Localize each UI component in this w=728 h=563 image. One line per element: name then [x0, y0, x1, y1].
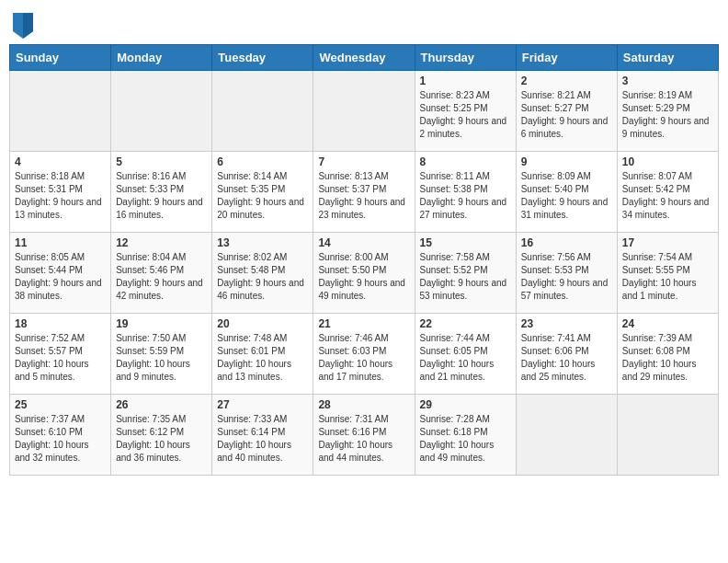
- calendar-cell: 21Sunrise: 7:46 AM Sunset: 6:03 PM Dayli…: [313, 314, 415, 395]
- day-number: 1: [420, 75, 511, 87]
- calendar-cell: 2Sunrise: 8:21 AM Sunset: 5:27 PM Daylig…: [516, 71, 617, 152]
- day-number: 24: [622, 317, 713, 330]
- day-info: Sunrise: 7:41 AM Sunset: 6:06 PM Dayligh…: [521, 332, 612, 384]
- calendar-cell: [617, 395, 718, 476]
- calendar-week-row: 25Sunrise: 7:37 AM Sunset: 6:10 PM Dayli…: [10, 395, 719, 476]
- calendar-table: SundayMondayTuesdayWednesdayThursdayFrid…: [9, 44, 719, 476]
- day-number: 26: [116, 398, 207, 411]
- calendar-cell: 16Sunrise: 7:56 AM Sunset: 5:53 PM Dayli…: [516, 233, 617, 314]
- day-number: 19: [116, 317, 207, 330]
- day-info: Sunrise: 8:13 AM Sunset: 5:37 PM Dayligh…: [318, 170, 409, 222]
- calendar-week-row: 1Sunrise: 8:23 AM Sunset: 5:25 PM Daylig…: [10, 71, 719, 152]
- calendar-cell: 19Sunrise: 7:50 AM Sunset: 5:59 PM Dayli…: [111, 314, 212, 395]
- day-number: 18: [15, 317, 106, 330]
- day-info: Sunrise: 7:48 AM Sunset: 6:01 PM Dayligh…: [217, 332, 308, 384]
- col-header-wednesday: Wednesday: [313, 45, 415, 71]
- calendar-cell: 25Sunrise: 7:37 AM Sunset: 6:10 PM Dayli…: [10, 395, 111, 476]
- calendar-cell: [313, 71, 415, 152]
- day-number: 12: [116, 236, 207, 249]
- calendar-cell: 26Sunrise: 7:35 AM Sunset: 6:12 PM Dayli…: [111, 395, 212, 476]
- day-number: 20: [217, 317, 308, 330]
- day-info: Sunrise: 8:09 AM Sunset: 5:40 PM Dayligh…: [521, 170, 612, 222]
- day-number: 11: [15, 236, 106, 249]
- day-number: 4: [15, 155, 106, 168]
- calendar-cell: [212, 71, 313, 152]
- calendar-week-row: 11Sunrise: 8:05 AM Sunset: 5:44 PM Dayli…: [10, 233, 719, 314]
- day-number: 10: [622, 155, 713, 168]
- day-number: 23: [521, 317, 612, 330]
- day-number: 7: [318, 155, 409, 168]
- day-info: Sunrise: 8:05 AM Sunset: 5:44 PM Dayligh…: [15, 251, 106, 303]
- col-header-tuesday: Tuesday: [212, 45, 313, 71]
- header: [9, 9, 719, 39]
- day-info: Sunrise: 7:39 AM Sunset: 6:08 PM Dayligh…: [622, 332, 713, 384]
- day-info: Sunrise: 8:11 AM Sunset: 5:38 PM Dayligh…: [420, 170, 511, 222]
- col-header-saturday: Saturday: [617, 45, 718, 71]
- day-number: 27: [217, 398, 308, 411]
- day-info: Sunrise: 8:18 AM Sunset: 5:31 PM Dayligh…: [15, 170, 106, 222]
- day-number: 6: [217, 155, 308, 168]
- logo: [13, 13, 35, 39]
- calendar-cell: 24Sunrise: 7:39 AM Sunset: 6:08 PM Dayli…: [617, 314, 718, 395]
- day-number: 5: [116, 155, 207, 168]
- day-info: Sunrise: 7:33 AM Sunset: 6:14 PM Dayligh…: [217, 413, 308, 465]
- day-info: Sunrise: 7:52 AM Sunset: 5:57 PM Dayligh…: [15, 332, 106, 384]
- calendar-cell: 18Sunrise: 7:52 AM Sunset: 5:57 PM Dayli…: [10, 314, 111, 395]
- day-info: Sunrise: 8:23 AM Sunset: 5:25 PM Dayligh…: [420, 89, 511, 141]
- calendar-cell: 23Sunrise: 7:41 AM Sunset: 6:06 PM Dayli…: [516, 314, 617, 395]
- calendar-cell: 9Sunrise: 8:09 AM Sunset: 5:40 PM Daylig…: [516, 152, 617, 233]
- day-number: 8: [420, 155, 511, 168]
- calendar-cell: 1Sunrise: 8:23 AM Sunset: 5:25 PM Daylig…: [415, 71, 516, 152]
- calendar-cell: 4Sunrise: 8:18 AM Sunset: 5:31 PM Daylig…: [10, 152, 111, 233]
- day-number: 22: [420, 317, 511, 330]
- calendar-week-row: 18Sunrise: 7:52 AM Sunset: 5:57 PM Dayli…: [10, 314, 719, 395]
- day-info: Sunrise: 8:02 AM Sunset: 5:48 PM Dayligh…: [217, 251, 308, 303]
- calendar-week-row: 4Sunrise: 8:18 AM Sunset: 5:31 PM Daylig…: [10, 152, 719, 233]
- calendar-cell: 17Sunrise: 7:54 AM Sunset: 5:55 PM Dayli…: [617, 233, 718, 314]
- calendar-cell: 13Sunrise: 8:02 AM Sunset: 5:48 PM Dayli…: [212, 233, 313, 314]
- day-number: 9: [521, 155, 612, 168]
- calendar-cell: 11Sunrise: 8:05 AM Sunset: 5:44 PM Dayli…: [10, 233, 111, 314]
- day-number: 29: [420, 398, 511, 411]
- day-number: 3: [622, 75, 713, 87]
- calendar-cell: 3Sunrise: 8:19 AM Sunset: 5:29 PM Daylig…: [617, 71, 718, 152]
- calendar-cell: 10Sunrise: 8:07 AM Sunset: 5:42 PM Dayli…: [617, 152, 718, 233]
- col-header-thursday: Thursday: [415, 45, 516, 71]
- day-info: Sunrise: 7:35 AM Sunset: 6:12 PM Dayligh…: [116, 413, 207, 465]
- logo-icon: [13, 13, 33, 39]
- day-info: Sunrise: 8:07 AM Sunset: 5:42 PM Dayligh…: [622, 170, 713, 222]
- day-number: 15: [420, 236, 511, 249]
- day-info: Sunrise: 7:54 AM Sunset: 5:55 PM Dayligh…: [622, 251, 713, 303]
- col-header-sunday: Sunday: [10, 45, 111, 71]
- day-info: Sunrise: 7:28 AM Sunset: 6:18 PM Dayligh…: [420, 413, 511, 465]
- day-number: 16: [521, 236, 612, 249]
- day-info: Sunrise: 7:31 AM Sunset: 6:16 PM Dayligh…: [318, 413, 409, 465]
- day-info: Sunrise: 8:00 AM Sunset: 5:50 PM Dayligh…: [318, 251, 409, 303]
- calendar-cell: [10, 71, 111, 152]
- day-number: 25: [15, 398, 106, 411]
- calendar-cell: 12Sunrise: 8:04 AM Sunset: 5:46 PM Dayli…: [111, 233, 212, 314]
- calendar-cell: 5Sunrise: 8:16 AM Sunset: 5:33 PM Daylig…: [111, 152, 212, 233]
- calendar-cell: 8Sunrise: 8:11 AM Sunset: 5:38 PM Daylig…: [415, 152, 516, 233]
- day-info: Sunrise: 7:56 AM Sunset: 5:53 PM Dayligh…: [521, 251, 612, 303]
- svg-marker-1: [23, 13, 33, 39]
- calendar-cell: 7Sunrise: 8:13 AM Sunset: 5:37 PM Daylig…: [313, 152, 415, 233]
- calendar-cell: 14Sunrise: 8:00 AM Sunset: 5:50 PM Dayli…: [313, 233, 415, 314]
- day-number: 2: [521, 75, 612, 87]
- day-number: 14: [318, 236, 409, 249]
- calendar-cell: 20Sunrise: 7:48 AM Sunset: 6:01 PM Dayli…: [212, 314, 313, 395]
- day-info: Sunrise: 8:19 AM Sunset: 5:29 PM Dayligh…: [622, 89, 713, 141]
- calendar-cell: [111, 71, 212, 152]
- day-info: Sunrise: 8:04 AM Sunset: 5:46 PM Dayligh…: [116, 251, 207, 303]
- col-header-friday: Friday: [516, 45, 617, 71]
- day-info: Sunrise: 8:14 AM Sunset: 5:35 PM Dayligh…: [217, 170, 308, 222]
- col-header-monday: Monday: [111, 45, 212, 71]
- day-number: 28: [318, 398, 409, 411]
- day-number: 13: [217, 236, 308, 249]
- calendar-cell: 15Sunrise: 7:58 AM Sunset: 5:52 PM Dayli…: [415, 233, 516, 314]
- day-info: Sunrise: 7:58 AM Sunset: 5:52 PM Dayligh…: [420, 251, 511, 303]
- calendar-cell: 28Sunrise: 7:31 AM Sunset: 6:16 PM Dayli…: [313, 395, 415, 476]
- calendar-cell: 22Sunrise: 7:44 AM Sunset: 6:05 PM Dayli…: [415, 314, 516, 395]
- calendar-cell: 6Sunrise: 8:14 AM Sunset: 5:35 PM Daylig…: [212, 152, 313, 233]
- day-info: Sunrise: 8:16 AM Sunset: 5:33 PM Dayligh…: [116, 170, 207, 222]
